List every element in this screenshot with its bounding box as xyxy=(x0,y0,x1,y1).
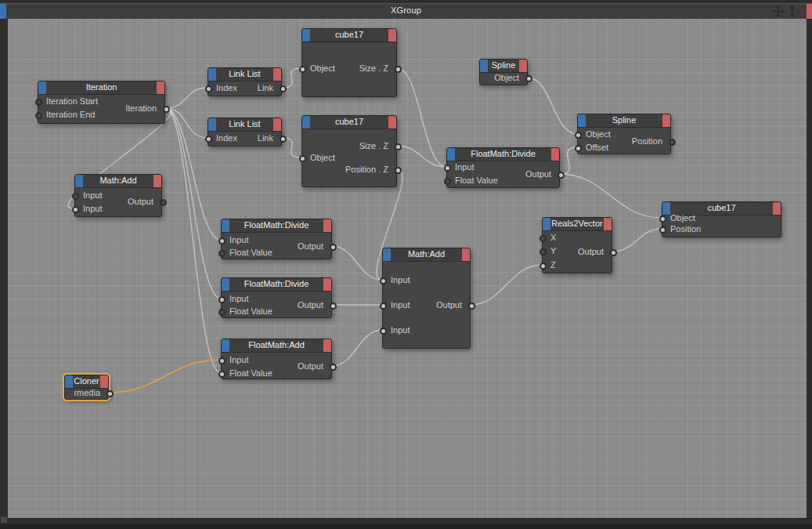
port-object[interactable] xyxy=(659,216,666,223)
port-output[interactable] xyxy=(330,244,337,251)
node-blue-tab[interactable] xyxy=(383,248,391,261)
port-offset[interactable] xyxy=(575,145,582,152)
node-red-tab[interactable] xyxy=(100,375,108,388)
node-blue-tab[interactable] xyxy=(480,60,488,72)
node-header[interactable]: FloatMath:Divide xyxy=(222,219,331,233)
resize-handle[interactable] xyxy=(0,516,8,524)
node-floatmath-divide-right[interactable]: FloatMath:DivideInputFloat ValueOutput xyxy=(446,147,560,188)
node-red-tab[interactable] xyxy=(662,114,670,127)
vertical-scroll-icon[interactable] xyxy=(786,5,798,17)
node-blue-tab[interactable] xyxy=(302,29,310,42)
node-link-list-2[interactable]: Link ListIndexLink xyxy=(208,118,282,147)
port-iteration-end[interactable] xyxy=(35,112,42,119)
node-header[interactable]: Spline xyxy=(578,114,670,128)
node-header[interactable]: cube17 xyxy=(662,202,781,216)
port-rmedia[interactable] xyxy=(106,390,114,397)
port-x[interactable] xyxy=(540,235,547,242)
port-float-value[interactable] xyxy=(218,371,226,378)
node-blue-tab[interactable] xyxy=(447,148,455,161)
node-blue-tab[interactable] xyxy=(75,175,83,187)
node-red-tab[interactable] xyxy=(388,29,396,42)
port-position[interactable] xyxy=(669,139,676,146)
port-object[interactable] xyxy=(575,132,582,139)
port-float-value[interactable] xyxy=(218,309,226,316)
node-red-tab[interactable] xyxy=(773,202,781,215)
node-header[interactable]: FloatMath:Divide xyxy=(447,148,559,161)
port-output[interactable] xyxy=(160,199,167,206)
node-spline-small[interactable]: SplineObject xyxy=(479,59,528,85)
node-red-tab[interactable] xyxy=(153,175,161,187)
node-red-tab[interactable] xyxy=(388,116,396,129)
port-input[interactable] xyxy=(444,165,451,172)
node-red-tab[interactable] xyxy=(519,60,527,72)
node-cube17-mid[interactable]: cube17ObjectSize . ZPosition . Z xyxy=(301,115,397,187)
node-blue-tab[interactable] xyxy=(65,375,73,388)
node-header[interactable]: Reals2Vector xyxy=(543,218,612,231)
port-float-value[interactable] xyxy=(218,250,226,257)
node-cube17-top[interactable]: cube17ObjectSize . Z xyxy=(301,28,397,97)
node-red-tab[interactable] xyxy=(551,148,559,161)
port-input[interactable] xyxy=(380,303,387,310)
node-red-tab[interactable] xyxy=(604,218,612,230)
node-blue-tab[interactable] xyxy=(662,202,670,215)
port-input[interactable] xyxy=(72,206,79,213)
node-red-tab[interactable] xyxy=(323,339,331,352)
pan-move-icon[interactable] xyxy=(772,5,784,17)
port-z[interactable] xyxy=(540,263,547,270)
node-link-list-1[interactable]: Link ListIndexLink xyxy=(208,67,282,96)
port-input[interactable] xyxy=(218,237,226,245)
port-size-z[interactable] xyxy=(395,66,402,73)
port-index[interactable] xyxy=(205,136,212,143)
node-graph-canvas[interactable]: IterationIteration StartIteration EndIte… xyxy=(8,19,807,519)
node-math-add-center[interactable]: Math:AddInputInputInputOutput xyxy=(382,248,471,349)
node-cube17-right[interactable]: cube17ObjectPosition xyxy=(662,201,781,237)
port-iteration-start[interactable] xyxy=(35,99,42,106)
node-blue-tab[interactable] xyxy=(208,118,216,131)
node-blue-tab[interactable] xyxy=(302,116,310,129)
titlebar-red-tab[interactable] xyxy=(807,4,812,19)
node-floatmath-add[interactable]: FloatMath:AddInputFloat ValueOutput xyxy=(221,339,332,379)
port-output[interactable] xyxy=(330,364,337,371)
port-input[interactable] xyxy=(218,296,226,303)
node-header[interactable]: Math:Add xyxy=(75,175,161,188)
node-blue-tab[interactable] xyxy=(222,219,229,232)
port-float-value[interactable] xyxy=(444,178,451,185)
node-reals2vector[interactable]: Reals2VectorXYZOutput xyxy=(542,217,612,274)
node-red-tab[interactable] xyxy=(273,118,281,131)
port-input[interactable] xyxy=(72,193,79,200)
node-header[interactable]: Link List xyxy=(208,118,281,132)
node-red-tab[interactable] xyxy=(323,278,331,291)
node-blue-tab[interactable] xyxy=(578,114,586,127)
port-position-z[interactable] xyxy=(395,167,402,174)
port-size-z[interactable] xyxy=(395,143,402,150)
port-object[interactable] xyxy=(525,75,532,82)
node-blue-tab[interactable] xyxy=(38,82,46,94)
node-header[interactable]: cube17 xyxy=(302,116,396,129)
node-blue-tab[interactable] xyxy=(208,68,216,81)
port-iteration[interactable] xyxy=(163,106,170,113)
port-input[interactable] xyxy=(380,277,387,284)
node-header[interactable]: FloatMath:Divide xyxy=(222,278,331,292)
port-index[interactable] xyxy=(205,85,212,92)
port-object[interactable] xyxy=(299,155,306,162)
node-header[interactable]: FloatMath:Add xyxy=(222,339,331,353)
port-output[interactable] xyxy=(558,172,565,179)
port-output[interactable] xyxy=(330,303,337,310)
node-floatmath-divide-upper[interactable]: FloatMath:DivideInputFloat ValueOutput xyxy=(221,219,332,259)
port-output[interactable] xyxy=(468,303,475,310)
node-header[interactable]: Spline xyxy=(480,60,527,73)
port-link[interactable] xyxy=(280,85,287,92)
node-header[interactable]: cube17 xyxy=(302,29,396,42)
node-math-add-left[interactable]: Math:AddInputInputOutput xyxy=(74,174,162,217)
port-object[interactable] xyxy=(299,66,306,73)
node-red-tab[interactable] xyxy=(273,68,281,81)
port-input[interactable] xyxy=(380,328,387,335)
port-position[interactable] xyxy=(659,226,666,234)
port-input[interactable] xyxy=(218,357,226,364)
node-blue-tab[interactable] xyxy=(543,218,550,230)
node-red-tab[interactable] xyxy=(157,82,164,94)
node-header[interactable]: Link List xyxy=(208,68,281,82)
node-blue-tab[interactable] xyxy=(222,339,229,352)
node-floatmath-divide-lower[interactable]: FloatMath:DivideInputFloat ValueOutput xyxy=(221,277,332,318)
port-link[interactable] xyxy=(280,136,287,143)
